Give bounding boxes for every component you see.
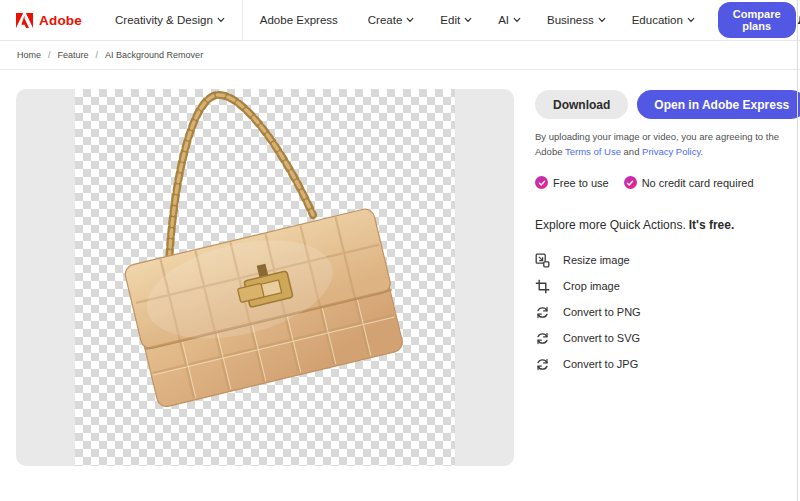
quick-action-convert-to-png[interactable]: Convert to PNG: [535, 299, 779, 325]
badge-no-credit-card: No credit card required: [624, 176, 754, 189]
breadcrumb-separator: /: [48, 50, 51, 60]
nav-item-creativity-design[interactable]: Creativity & Design: [98, 0, 242, 40]
main-content: Download Open in Adobe Express By upload…: [0, 70, 800, 466]
convert-icon: [535, 331, 550, 346]
breadcrumb-current-page: AI Background Remover: [105, 50, 203, 60]
explore-prefix: Explore more Quick Actions.: [535, 218, 686, 232]
nav-label: Creativity & Design: [115, 14, 213, 26]
legal-period: .: [700, 146, 703, 157]
convert-icon: [535, 305, 550, 320]
quick-actions-list: Resize image Crop image: [535, 247, 779, 377]
browser-page: Adobe Creativity & Design Adobe Express …: [0, 0, 800, 501]
explore-bold: It's free.: [689, 218, 735, 232]
nav-label: Business: [547, 14, 594, 26]
badge-free-to-use: Free to use: [535, 176, 609, 189]
checkmark-icon: [624, 176, 637, 189]
nav-item-education[interactable]: Education: [619, 0, 708, 40]
quick-action-resize-image[interactable]: Resize image: [535, 247, 779, 273]
download-button[interactable]: Download: [535, 90, 628, 119]
chevron-down-icon: [598, 16, 606, 24]
chevron-down-icon: [406, 16, 414, 24]
convert-icon: [535, 357, 550, 372]
breadcrumb-home[interactable]: Home: [17, 50, 41, 60]
nav-item-create[interactable]: Create: [355, 0, 428, 40]
result-canvas-container: [16, 89, 514, 466]
quick-action-label: Convert to PNG: [563, 306, 641, 318]
breadcrumb: Home / Feature / AI Background Remover: [0, 41, 800, 70]
quick-action-crop-image[interactable]: Crop image: [535, 273, 779, 299]
quick-action-label: Crop image: [563, 280, 620, 292]
nav-label: Edit: [440, 14, 460, 26]
quick-action-label: Convert to JPG: [563, 358, 638, 370]
legal-text: By uploading your image or video, you ar…: [535, 130, 779, 159]
action-panel: Download Open in Adobe Express By upload…: [535, 89, 779, 466]
breadcrumb-separator: /: [96, 50, 99, 60]
nav-item-business[interactable]: Business: [534, 0, 619, 40]
primary-buttons-row: Download Open in Adobe Express: [535, 90, 779, 119]
legal-and: and: [621, 146, 642, 157]
global-header: Adobe Creativity & Design Adobe Express …: [0, 0, 800, 41]
checkmark-icon: [535, 176, 548, 189]
resize-icon: [535, 253, 550, 268]
crop-icon: [535, 279, 550, 294]
nav-item-ai[interactable]: AI: [485, 0, 534, 40]
chevron-down-icon: [513, 16, 521, 24]
privacy-policy-link[interactable]: Privacy Policy: [642, 146, 700, 157]
bag-body: [123, 207, 406, 409]
quick-action-label: Convert to SVG: [563, 332, 640, 344]
chevron-down-icon: [464, 16, 472, 24]
badge-label: No credit card required: [642, 177, 754, 189]
header-right-actions: [796, 11, 800, 30]
badge-label: Free to use: [553, 177, 609, 189]
quick-action-convert-to-svg[interactable]: Convert to SVG: [535, 325, 779, 351]
compare-plans-button[interactable]: Compare plans: [718, 2, 796, 38]
nav-label: AI: [498, 14, 509, 26]
feature-badges: Free to use No credit card required: [535, 176, 779, 189]
nav-label: Adobe Express: [260, 14, 338, 26]
quick-action-label: Resize image: [563, 254, 630, 266]
nav-label: Create: [368, 14, 403, 26]
handbag-result-image: [75, 89, 455, 466]
transparency-checkerboard: [75, 89, 455, 466]
notifications-button[interactable]: [796, 12, 800, 29]
adobe-logo[interactable]: Adobe: [16, 13, 82, 28]
main-nav: Creativity & Design Adobe Express Create…: [98, 0, 708, 40]
chevron-down-icon: [687, 16, 695, 24]
bell-icon: [796, 12, 800, 29]
nav-item-edit[interactable]: Edit: [427, 0, 485, 40]
terms-of-use-link[interactable]: Terms of Use: [565, 146, 621, 157]
adobe-logo-icon: [16, 13, 33, 28]
open-in-adobe-express-button[interactable]: Open in Adobe Express: [637, 90, 800, 119]
nav-label: Education: [632, 14, 683, 26]
quick-action-convert-to-jpg[interactable]: Convert to JPG: [535, 351, 779, 377]
breadcrumb-feature[interactable]: Feature: [58, 50, 89, 60]
nav-item-adobe-express[interactable]: Adobe Express: [243, 0, 355, 40]
chevron-down-icon: [217, 16, 225, 24]
explore-heading: Explore more Quick Actions.It's free.: [535, 218, 779, 232]
adobe-logo-text: Adobe: [39, 13, 82, 28]
